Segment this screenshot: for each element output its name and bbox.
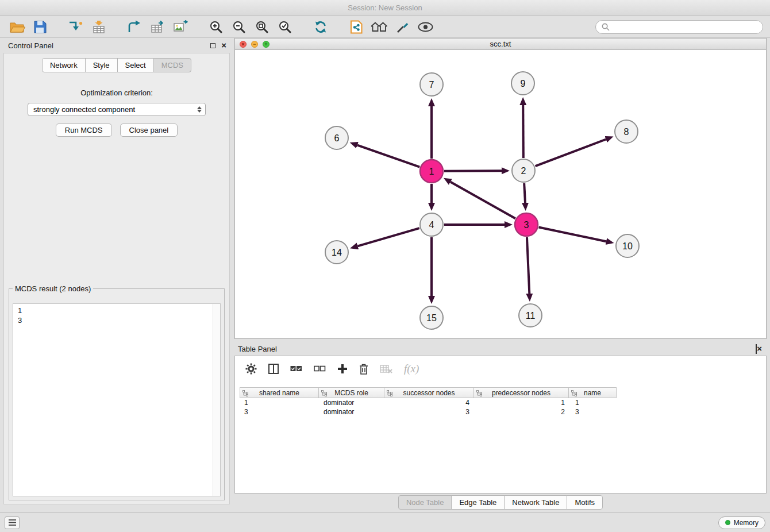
dropdown-arrows-icon bbox=[197, 106, 202, 113]
graph-edge-3-11[interactable] bbox=[527, 237, 529, 294]
tab-network-table[interactable]: Network Table bbox=[504, 495, 567, 510]
tab-mcds[interactable]: MCDS bbox=[153, 58, 191, 72]
minimize-window-button[interactable]: − bbox=[251, 41, 258, 48]
graph-node-4[interactable]: 4 bbox=[420, 213, 443, 236]
search-input[interactable] bbox=[613, 22, 757, 32]
table-cell[interactable]: dominator bbox=[319, 398, 385, 407]
import-table-button[interactable] bbox=[88, 18, 109, 36]
show-columns-button[interactable] bbox=[268, 364, 279, 374]
table-cell[interactable]: 3 bbox=[385, 407, 475, 417]
graph-node-8[interactable]: 8 bbox=[615, 120, 638, 143]
float-panel-icon[interactable] bbox=[210, 43, 215, 48]
tab-node-table[interactable]: Node Table bbox=[398, 495, 452, 510]
criterion-dropdown[interactable]: strongly connected component bbox=[28, 103, 206, 116]
open-session-button[interactable] bbox=[7, 18, 28, 36]
function-builder-button[interactable]: f(x) bbox=[404, 363, 419, 375]
maximize-window-button[interactable]: + bbox=[263, 41, 270, 48]
table-row[interactable]: 1dominator411 bbox=[240, 398, 761, 407]
deselect-all-button[interactable] bbox=[314, 365, 326, 372]
gear-icon bbox=[245, 363, 257, 375]
zoom-in-button[interactable] bbox=[206, 18, 226, 36]
column-header-predecessor-nodes[interactable]: predecessor nodes bbox=[473, 387, 569, 398]
table-panel-tabs: Node TableEdge TableNetwork TableMotifs bbox=[234, 495, 767, 510]
graph-edge-1-2[interactable] bbox=[444, 171, 502, 171]
show-hide-button[interactable] bbox=[415, 18, 436, 36]
table-cell[interactable]: 1 bbox=[240, 398, 319, 407]
graph-edge-3-10[interactable] bbox=[539, 228, 606, 242]
table-cell[interactable]: 3 bbox=[571, 407, 619, 417]
export-image-button[interactable] bbox=[170, 18, 191, 36]
table-row[interactable]: 3dominator323 bbox=[240, 407, 761, 417]
delete-table-button[interactable] bbox=[380, 364, 392, 373]
search-box[interactable] bbox=[595, 20, 763, 34]
close-window-button[interactable]: × bbox=[240, 41, 247, 48]
table-cell[interactable]: 4 bbox=[385, 398, 475, 407]
network-canvas[interactable]: 7968124314101511 bbox=[235, 50, 766, 338]
save-session-button[interactable] bbox=[30, 18, 51, 36]
tab-network[interactable]: Network bbox=[42, 58, 86, 72]
graph-edge-2-8[interactable] bbox=[536, 139, 606, 166]
deselect-all-icon bbox=[314, 365, 326, 372]
export-network-button[interactable] bbox=[124, 18, 145, 36]
mcds-result-title: MCDS result (2 nodes) bbox=[13, 284, 93, 293]
first-neighbors-button[interactable] bbox=[369, 18, 390, 36]
export-table-button[interactable] bbox=[147, 18, 168, 36]
table-cell[interactable]: 1 bbox=[571, 398, 619, 407]
zoom-selected-button[interactable] bbox=[275, 18, 295, 36]
column-header-name[interactable]: name bbox=[568, 387, 617, 398]
column-header-successor-nodes[interactable]: successor nodes bbox=[384, 387, 474, 398]
select-all-button[interactable] bbox=[290, 365, 302, 372]
tab-motifs[interactable]: Motifs bbox=[567, 495, 603, 510]
graph-node-3[interactable]: 3 bbox=[515, 213, 538, 236]
apply-style-button[interactable] bbox=[392, 18, 413, 36]
result-scrollbar[interactable] bbox=[213, 304, 220, 496]
graph-node-1[interactable]: 1 bbox=[420, 160, 443, 183]
table-cell[interactable]: 2 bbox=[475, 407, 571, 417]
tab-select[interactable]: Select bbox=[117, 58, 154, 72]
graph-edge-2-3[interactable] bbox=[524, 183, 525, 203]
tab-edge-table[interactable]: Edge Table bbox=[451, 495, 505, 510]
svg-text:14: 14 bbox=[332, 248, 342, 257]
graph-edge-3-1[interactable] bbox=[451, 182, 515, 219]
zoom-out-button[interactable] bbox=[229, 18, 249, 36]
mcds-result-fieldset: MCDS result (2 nodes) 13 bbox=[9, 284, 225, 500]
close-panel-icon[interactable]: × bbox=[221, 43, 226, 48]
graph-edge-2-9[interactable] bbox=[523, 105, 523, 158]
column-header-mcds-role[interactable]: MCDS role bbox=[318, 387, 384, 398]
graph-node-9[interactable]: 9 bbox=[511, 72, 534, 95]
graph-node-14[interactable]: 14 bbox=[325, 241, 348, 264]
graph-node-7[interactable]: 7 bbox=[420, 73, 443, 96]
network-svg: 7968124314101511 bbox=[235, 50, 766, 338]
task-history-button[interactable] bbox=[5, 516, 20, 529]
close-table-panel-icon[interactable]: × bbox=[757, 344, 762, 353]
table-settings-button[interactable] bbox=[245, 363, 257, 375]
app-titlebar: Session: New Session bbox=[0, 0, 770, 16]
column-header-shared-name[interactable]: shared name bbox=[240, 387, 319, 398]
delete-row-button[interactable] bbox=[359, 364, 368, 375]
close-panel-button[interactable]: Close panel bbox=[120, 124, 178, 137]
table-cell[interactable]: dominator bbox=[319, 407, 385, 417]
graph-node-10[interactable]: 10 bbox=[616, 234, 639, 257]
open-network-file-button[interactable] bbox=[346, 18, 367, 36]
graph-node-6[interactable]: 6 bbox=[325, 126, 348, 149]
tab-style[interactable]: Style bbox=[85, 58, 118, 72]
graph-edge-1-6[interactable] bbox=[357, 145, 419, 167]
table-cell[interactable]: 1 bbox=[475, 398, 571, 407]
import-network-button[interactable] bbox=[66, 18, 86, 36]
save-icon bbox=[34, 21, 47, 33]
control-panel-tabs: NetworkStyleSelectMCDS bbox=[4, 58, 229, 72]
add-row-button[interactable] bbox=[337, 364, 348, 374]
graph-node-15[interactable]: 15 bbox=[420, 306, 443, 329]
refresh-button[interactable] bbox=[310, 18, 331, 36]
mcds-result-box[interactable]: 13 bbox=[13, 303, 221, 496]
memory-button[interactable]: Memory bbox=[718, 516, 765, 529]
run-mcds-button[interactable]: Run MCDS bbox=[56, 124, 112, 137]
zoom-fit-button[interactable] bbox=[252, 18, 272, 36]
graph-node-11[interactable]: 11 bbox=[519, 304, 542, 327]
status-bar: Memory bbox=[0, 512, 770, 532]
search-icon bbox=[602, 23, 610, 31]
network-window-titlebar[interactable]: × − + scc.txt bbox=[235, 38, 766, 50]
table-cell[interactable]: 3 bbox=[240, 407, 319, 417]
graph-edge-4-14[interactable] bbox=[357, 228, 419, 246]
graph-node-2[interactable]: 2 bbox=[512, 159, 535, 182]
